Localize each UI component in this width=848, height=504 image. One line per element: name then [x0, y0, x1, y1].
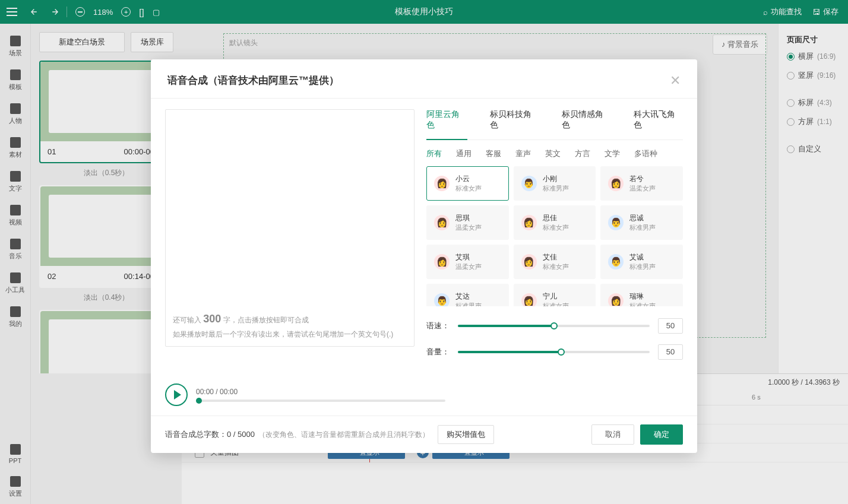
- modal-mask[interactable]: [0, 0, 848, 24]
